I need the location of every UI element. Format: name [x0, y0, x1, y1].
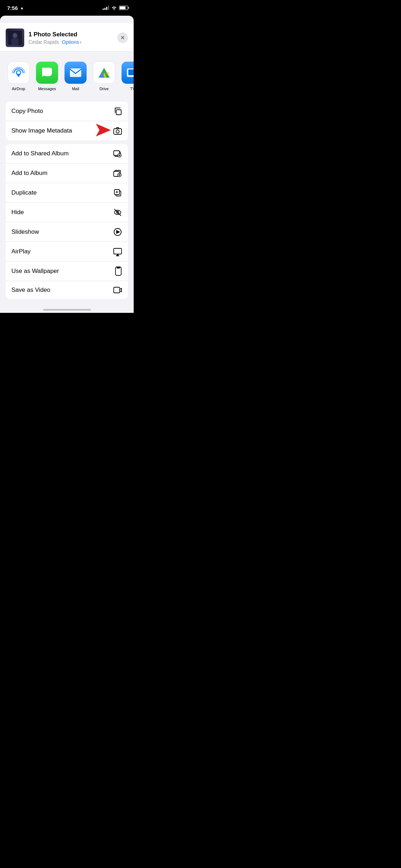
home-indicator-bar [0, 306, 134, 313]
svg-point-16 [116, 130, 119, 133]
section-divider [0, 52, 134, 57]
add-shared-album-label: Add to Shared Album [11, 150, 69, 157]
mail-icon-container [65, 62, 87, 84]
messages-label: Messages [38, 87, 56, 91]
red-arrow-annotation [86, 122, 111, 139]
airplay-item[interactable]: AirPlay [6, 242, 128, 262]
wifi-icon [111, 6, 117, 10]
action-list-1: Copy Photo Show Image Metadata [6, 102, 128, 140]
camera-icon [113, 126, 122, 135]
mail-icon [69, 68, 82, 78]
sheet-peek [0, 16, 134, 23]
messages-icon-container [36, 62, 58, 84]
tv-icon-container [122, 62, 134, 84]
status-time: 7:56 ▲ [7, 5, 24, 11]
video-icon [113, 286, 122, 294]
airdrop-icon [12, 66, 25, 79]
mail-label: Mail [72, 87, 79, 91]
action-list-2: Add to Shared Album Add to Album Duplica… [6, 144, 128, 299]
svg-rect-30 [114, 248, 122, 254]
svg-rect-2 [11, 38, 19, 45]
share-subtitle: Cedar Rapids Options › [29, 39, 113, 45]
svg-rect-13 [116, 110, 121, 115]
status-bar: 7:56 ▲ [0, 0, 134, 16]
slideshow-item[interactable]: Slideshow [6, 222, 128, 242]
svg-point-3 [13, 33, 17, 37]
add-shared-album-item[interactable]: Add to Shared Album [6, 144, 128, 164]
share-header: 1 Photo Selected Cedar Rapids Options › … [0, 23, 134, 52]
app-item-tv[interactable]: TV [118, 62, 134, 91]
play-icon [113, 227, 122, 237]
share-title: 1 Photo Selected [29, 31, 113, 38]
tv-icon [126, 68, 134, 78]
svg-marker-31 [116, 254, 119, 256]
share-thumbnail [6, 29, 24, 47]
slideshow-label: Slideshow [11, 228, 39, 236]
close-button[interactable]: ✕ [117, 32, 128, 43]
drive-icon-container [93, 62, 115, 84]
hide-label: Hide [11, 209, 24, 216]
action-section: Copy Photo Show Image Metadata A [0, 98, 134, 306]
battery-icon [119, 6, 128, 10]
signal-icon [103, 6, 109, 10]
svg-rect-34 [114, 287, 120, 293]
airdrop-icon-container [7, 62, 30, 84]
airplay-icon [113, 247, 122, 256]
svg-marker-29 [117, 231, 119, 233]
wallpaper-label: Use as Wallpaper [11, 268, 59, 275]
duplicate-item[interactable]: Duplicate [6, 183, 128, 203]
app-item-messages[interactable]: Messages [33, 62, 61, 91]
svg-rect-12 [128, 69, 134, 75]
duplicate-icon [113, 188, 122, 197]
show-metadata-label: Show Image Metadata [11, 127, 72, 134]
svg-rect-15 [114, 129, 122, 134]
hide-icon [113, 208, 122, 217]
add-album-label: Add to Album [11, 170, 47, 177]
messages-icon [41, 66, 53, 79]
hide-item[interactable]: Hide [6, 203, 128, 222]
copy-photo-label: Copy Photo [11, 108, 43, 115]
svg-rect-7 [70, 68, 81, 77]
app-item-airdrop[interactable]: AirDrop [4, 62, 33, 91]
app-item-drive[interactable]: Drive [90, 62, 118, 91]
options-link[interactable]: Options › [62, 39, 82, 45]
drive-label: Drive [99, 87, 109, 91]
save-video-label: Save as Video [11, 286, 50, 294]
add-album-item[interactable]: Add to Album [6, 164, 128, 183]
show-metadata-item[interactable]: Show Image Metadata [6, 121, 128, 140]
wallpaper-item[interactable]: Use as Wallpaper [6, 262, 128, 281]
tv-label: TV [130, 87, 134, 91]
svg-marker-14 [96, 124, 111, 136]
svg-rect-33 [117, 268, 120, 268]
copy-icon [113, 107, 122, 116]
app-item-mail[interactable]: Mail [61, 62, 90, 91]
status-icons [103, 6, 128, 10]
apps-section: AirDrop Messages Mail [0, 57, 134, 98]
duplicate-label: Duplicate [11, 189, 37, 196]
add-album-icon [113, 169, 122, 178]
phone-icon [114, 267, 122, 276]
airdrop-label: AirDrop [12, 87, 25, 91]
home-indicator [43, 309, 91, 311]
apps-row: AirDrop Messages Mail [0, 62, 134, 91]
shared-album-icon [113, 149, 122, 158]
airplay-label: AirPlay [11, 248, 31, 255]
save-video-item[interactable]: Save as Video [6, 281, 128, 299]
share-info: 1 Photo Selected Cedar Rapids Options › [29, 31, 113, 45]
drive-icon [97, 66, 111, 79]
copy-photo-item[interactable]: Copy Photo [6, 102, 128, 121]
